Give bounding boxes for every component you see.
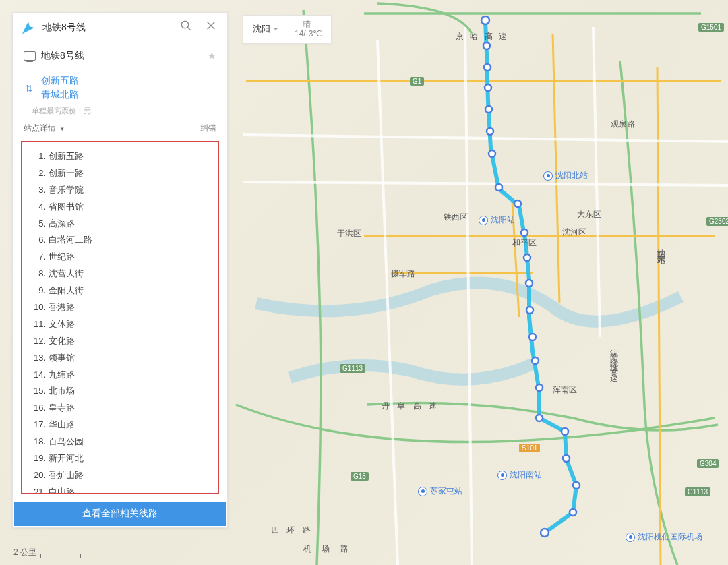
label-shuijun: 摄军路 [391, 268, 415, 280]
svg-point-6 [489, 150, 495, 157]
road-badge-g1501: G1501 [698, 23, 724, 32]
station-item[interactable]: 15. 北市场 [27, 383, 213, 400]
svg-point-17 [562, 428, 568, 435]
station-item[interactable]: 9. 金阳大街 [27, 282, 213, 299]
weather-readout: 晴 -14/-3℃ [292, 20, 322, 39]
poi-shenyangzhan[interactable]: 沈阳站 [479, 214, 515, 226]
search-icon[interactable] [176, 18, 196, 36]
svg-point-19 [573, 482, 580, 489]
station-index: 19. [28, 453, 49, 465]
metro-poi-icon [543, 171, 553, 181]
poi-label: 苏家屯站 [430, 485, 462, 497]
poi-label: 沈阳站 [491, 214, 515, 226]
line-header[interactable]: 地铁8号线 ★ [13, 42, 227, 69]
station-item[interactable]: 2. 创新一路 [27, 165, 213, 182]
station-name: 高深路 [49, 218, 75, 230]
station-item[interactable]: 16. 皇寺路 [27, 400, 213, 417]
station-item[interactable]: 4. 省图书馆 [27, 199, 213, 216]
poi-shenyangnanzhan[interactable]: 沈阳南站 [497, 469, 542, 481]
svg-point-16 [536, 415, 543, 421]
svg-point-22 [181, 21, 189, 28]
favorite-icon[interactable]: ★ [207, 49, 216, 62]
station-toggle[interactable]: 站点详情 ▼ [24, 123, 65, 134]
svg-point-7 [495, 184, 502, 191]
label-heping: 和平区 [512, 237, 537, 249]
label-jingha: 京 哈 高 速 [456, 31, 509, 42]
station-index: 11. [28, 319, 49, 330]
label-dadong: 大东区 [577, 209, 601, 220]
station-name: 沈营大街 [49, 268, 84, 280]
station-item[interactable]: 8. 沈营大街 [27, 266, 213, 282]
logo-icon[interactable] [20, 19, 37, 36]
metro-line-icon [24, 51, 36, 61]
station-item[interactable]: 21. 白山路 [27, 484, 213, 494]
poi-taoxian[interactable]: 沈阳桃仙国际机场 [626, 531, 702, 543]
stations-label: 站点详情 [24, 123, 56, 133]
station-name: 领事馆 [49, 353, 75, 364]
poi-label: 沈阳北站 [555, 170, 588, 181]
station-item[interactable]: 11. 文体路 [27, 316, 213, 333]
label-shenhe: 沈河区 [562, 227, 586, 238]
close-icon[interactable] [202, 19, 220, 36]
svg-point-0 [481, 16, 489, 24]
search-input[interactable] [42, 22, 171, 33]
svg-point-13 [529, 334, 536, 340]
poi-shenyangbeizhan[interactable]: 沈阳北站 [543, 170, 588, 181]
svg-point-10 [524, 254, 530, 261]
svg-point-4 [485, 106, 492, 113]
metro-poi-icon [497, 471, 507, 480]
view-all-routes-button[interactable]: 查看全部相关线路 [14, 502, 226, 526]
station-index: 18. [28, 436, 49, 448]
terminus-block: ⇅ 创新五路 青城北路 [13, 69, 227, 105]
station-index: 13. [28, 353, 49, 364]
station-item[interactable]: 7. 世纪路 [27, 249, 213, 266]
station-item[interactable]: 14. 九纬路 [27, 367, 213, 384]
station-index: 4. [28, 202, 49, 213]
station-item[interactable]: 1. 创新五路 [27, 148, 213, 165]
weather-widget[interactable]: 沈阳 晴 -14/-3℃ [243, 15, 332, 44]
label-jichanglu: 机 场 路 [303, 543, 353, 555]
station-name: 创新一路 [49, 168, 84, 179]
svg-point-15 [536, 384, 543, 391]
fare-label: 单程最高票价：元 [13, 105, 227, 116]
station-item[interactable]: 12. 文化路 [27, 333, 213, 350]
station-item[interactable]: 18. 百鸟公园 [27, 434, 213, 450]
report-error-link[interactable]: 纠错 [200, 123, 216, 134]
airport-poi-icon [626, 533, 635, 542]
caret-down-icon: ▼ [59, 126, 65, 132]
station-item[interactable]: 5. 高深路 [27, 216, 213, 233]
station-name: 白塔河二路 [49, 235, 92, 246]
station-name: 音乐学院 [49, 185, 84, 196]
svg-point-9 [521, 229, 528, 236]
weather-city[interactable]: 沈阳 [253, 23, 278, 35]
station-name: 北市场 [49, 386, 75, 397]
metro-poi-icon [479, 216, 488, 225]
station-index: 7. [28, 251, 49, 263]
station-item[interactable]: 10. 香港路 [27, 299, 213, 316]
terminus-a[interactable]: 创新五路 [41, 73, 216, 88]
station-name: 香港路 [49, 302, 75, 314]
station-item[interactable]: 20. 香炉山路 [27, 467, 213, 484]
station-index: 16. [28, 403, 49, 414]
station-index: 12. [28, 336, 49, 347]
svg-point-12 [526, 307, 533, 314]
station-name: 世纪路 [49, 251, 75, 263]
label-tiexi: 铁西区 [444, 212, 468, 223]
svg-point-21 [541, 529, 549, 537]
station-index: 3. [28, 185, 49, 196]
station-name: 华山路 [49, 419, 75, 431]
station-item[interactable]: 3. 音乐学院 [27, 182, 213, 199]
station-item[interactable]: 6. 白塔河二路 [27, 232, 213, 249]
station-item[interactable]: 17. 华山路 [27, 417, 213, 434]
poi-sujiatun[interactable]: 苏家屯站 [418, 485, 462, 497]
station-item[interactable]: 19. 新开河北 [27, 450, 213, 467]
station-item[interactable]: 13. 领事馆 [27, 350, 213, 367]
poi-label: 沈阳南站 [510, 469, 542, 481]
station-name: 创新五路 [49, 151, 84, 162]
label-danfu: 丹 阜 高 速 [382, 400, 439, 412]
station-list: 1. 创新五路2. 创新一路3. 音乐学院4. 省图书馆5. 高深路6. 白塔河… [21, 141, 219, 494]
station-name: 省图书馆 [49, 202, 84, 213]
station-index: 14. [28, 369, 49, 381]
swap-icon[interactable]: ⇅ [24, 73, 34, 102]
terminus-b[interactable]: 青城北路 [41, 88, 216, 102]
